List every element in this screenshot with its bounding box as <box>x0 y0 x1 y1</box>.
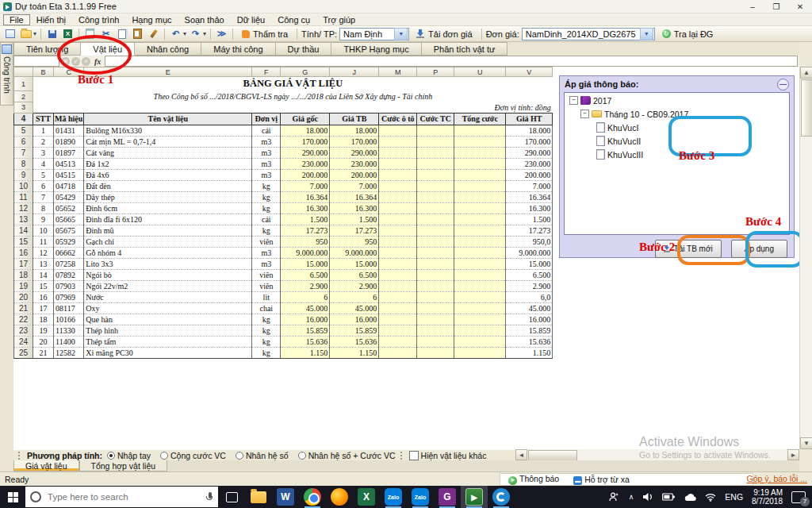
cell[interactable]: Thép hình <box>84 325 252 336</box>
cell[interactable]: Dây thép <box>84 191 252 202</box>
cell[interactable]: 170.000 <box>330 136 379 147</box>
column-header[interactable]: F <box>252 67 281 77</box>
paste-icon[interactable] <box>131 28 144 40</box>
cell[interactable] <box>417 280 454 291</box>
cell[interactable]: 07903 <box>54 280 84 291</box>
cell[interactable]: 9.000.000 <box>281 247 330 258</box>
row-number[interactable]: 20 <box>14 291 33 302</box>
menu-item[interactable]: Dữ liệu <box>231 14 272 25</box>
cell[interactable] <box>379 314 417 325</box>
cell[interactable]: 290.000 <box>506 147 553 158</box>
cell[interactable]: 7 <box>33 191 54 202</box>
cell[interactable] <box>379 302 417 314</box>
cell[interactable] <box>417 314 454 325</box>
sidebar-tab-cong-trinh[interactable]: Công trình <box>0 42 13 106</box>
cell[interactable] <box>379 247 417 258</box>
cell[interactable]: 19 <box>33 325 54 336</box>
cell[interactable]: kg <box>252 347 281 358</box>
menu-item[interactable]: File <box>3 14 30 25</box>
cell[interactable] <box>379 336 417 347</box>
cell[interactable]: 17 <box>33 302 54 314</box>
cell[interactable]: m3 <box>252 158 281 169</box>
row-number[interactable]: 15 <box>14 236 33 247</box>
eta-app-button[interactable]: ▶ <box>461 486 488 508</box>
cell[interactable]: 230.000 <box>330 158 379 169</box>
cell[interactable]: 230.000 <box>506 158 553 169</box>
ultraviewer-button[interactable] <box>488 486 515 508</box>
cell[interactable] <box>454 214 506 225</box>
cell[interactable] <box>417 225 454 236</box>
cell[interactable]: 08117 <box>54 302 84 314</box>
table-column-header[interactable]: Cước ô tô <box>379 113 417 125</box>
cell[interactable]: 16.000 <box>506 314 553 325</box>
minimize-button[interactable]: – <box>741 0 764 13</box>
collapse-icon[interactable]: — <box>777 79 789 90</box>
taskbar-search[interactable] <box>25 487 218 507</box>
cell[interactable] <box>379 202 417 214</box>
cell[interactable]: 14 <box>33 269 54 280</box>
cell[interactable] <box>379 225 417 236</box>
cell[interactable]: 18.000 <box>281 125 330 136</box>
tree-item-label[interactable]: KhuVucIII <box>607 150 643 160</box>
microphone-icon[interactable] <box>206 492 213 502</box>
new-icon[interactable] <box>3 28 17 40</box>
cell[interactable] <box>454 347 506 358</box>
cell[interactable] <box>379 169 417 180</box>
cell[interactable]: 17.273 <box>330 225 379 236</box>
cell[interactable]: 17.273 <box>506 225 553 236</box>
cell[interactable]: 1.150 <box>506 347 553 358</box>
cell[interactable] <box>417 158 454 169</box>
cell[interactable] <box>454 236 506 247</box>
cell[interactable]: Gạch chỉ <box>84 236 252 247</box>
cell[interactable] <box>417 291 454 302</box>
cell[interactable]: 13 <box>33 258 54 269</box>
cell[interactable]: 01431 <box>54 125 84 136</box>
tree-node-year[interactable]: − 2017 <box>565 94 789 106</box>
cell[interactable] <box>454 125 506 136</box>
cell[interactable]: m3 <box>252 147 281 158</box>
cell[interactable]: 290.000 <box>330 147 379 158</box>
row-number[interactable]: 4 <box>14 113 33 125</box>
tray-expand-icon[interactable]: ∧ <box>629 493 634 501</box>
cell[interactable] <box>417 202 454 214</box>
row-number[interactable]: 5 <box>14 125 33 136</box>
cell[interactable]: 11400 <box>54 336 84 347</box>
cell[interactable]: 2.900 <box>281 280 330 291</box>
table-column-header[interactable]: Giá gốc <box>281 113 330 125</box>
cell[interactable]: 18.000 <box>330 125 379 136</box>
zalo-button[interactable]: Zalo <box>380 486 407 508</box>
taskbar-clock[interactable]: 9:19 AM 8/7/2018 <box>752 488 783 506</box>
menu-item[interactable]: Hiển thị <box>30 14 72 25</box>
cell[interactable]: 16.364 <box>330 191 379 202</box>
zalo2-button[interactable]: Zalo <box>407 486 434 508</box>
table-column-header[interactable]: Đơn vị <box>252 113 281 125</box>
cell[interactable]: 2 <box>33 136 54 147</box>
notify-item[interactable]: ➤Thông báo <box>508 474 559 485</box>
row-number[interactable]: 11 <box>14 191 33 202</box>
copy-icon[interactable] <box>115 28 128 40</box>
volume-icon[interactable] <box>642 492 653 502</box>
row-number[interactable]: 25 <box>14 347 33 358</box>
cell[interactable]: 9.000.000 <box>330 247 379 258</box>
people-icon[interactable] <box>609 492 620 502</box>
table-column-header[interactable]: Tổng cước <box>454 113 506 125</box>
cell[interactable]: 170.000 <box>506 136 553 147</box>
cell[interactable]: 1.150 <box>281 347 330 358</box>
collapse-node-icon[interactable]: − <box>569 96 578 105</box>
cell[interactable]: 16.364 <box>281 191 330 202</box>
menu-item[interactable]: Công cụ <box>271 14 316 25</box>
vertical-scrollbar[interactable]: ▲ ▼ <box>799 67 812 449</box>
cell[interactable] <box>379 236 417 247</box>
cell[interactable]: 16.000 <box>281 314 330 325</box>
method-radio[interactable]: Cộng cước VC <box>160 451 226 460</box>
table-column-header[interactable]: Mã hiệu <box>54 113 84 125</box>
wifi-icon[interactable] <box>705 493 716 502</box>
cell[interactable]: kg <box>252 202 281 214</box>
cell[interactable]: 3 <box>33 147 54 158</box>
cell[interactable] <box>379 325 417 336</box>
maximize-button[interactable]: ❐ <box>764 0 788 13</box>
cell[interactable]: 01890 <box>54 136 84 147</box>
cell[interactable]: 05665 <box>54 214 84 225</box>
cell[interactable]: 1 <box>33 125 54 136</box>
cell[interactable] <box>379 136 417 147</box>
